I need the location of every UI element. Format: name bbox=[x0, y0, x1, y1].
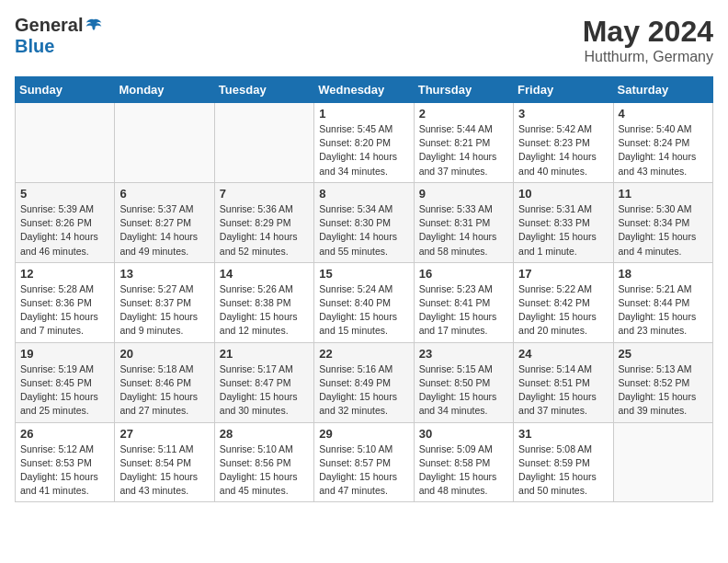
calendar-day-cell: 6Sunrise: 5:37 AM Sunset: 8:27 PM Daylig… bbox=[115, 182, 214, 262]
calendar-day-cell: 5Sunrise: 5:39 AM Sunset: 8:26 PM Daylig… bbox=[16, 182, 115, 262]
page-header: General Blue May 2024 Hutthurm, Germany bbox=[15, 15, 713, 65]
calendar-day-cell: 14Sunrise: 5:26 AM Sunset: 8:38 PM Dayli… bbox=[214, 262, 313, 342]
calendar-day-cell: 2Sunrise: 5:44 AM Sunset: 8:21 PM Daylig… bbox=[414, 103, 513, 183]
day-info: Sunrise: 5:21 AM Sunset: 8:44 PM Dayligh… bbox=[619, 282, 708, 339]
calendar-week-row: 26Sunrise: 5:12 AM Sunset: 8:53 PM Dayli… bbox=[16, 422, 713, 502]
day-info: Sunrise: 5:45 AM Sunset: 8:20 PM Dayligh… bbox=[319, 122, 408, 178]
calendar-day-cell: 31Sunrise: 5:08 AM Sunset: 8:59 PM Dayli… bbox=[514, 422, 613, 502]
calendar-day-cell: 19Sunrise: 5:19 AM Sunset: 8:45 PM Dayli… bbox=[16, 342, 115, 422]
day-number: 21 bbox=[220, 347, 309, 361]
day-number: 29 bbox=[319, 427, 408, 441]
calendar-day-cell: 1Sunrise: 5:45 AM Sunset: 8:20 PM Daylig… bbox=[314, 103, 414, 183]
calendar-day-cell: 10Sunrise: 5:31 AM Sunset: 8:33 PM Dayli… bbox=[514, 182, 613, 262]
calendar-day-cell: 8Sunrise: 5:34 AM Sunset: 8:30 PM Daylig… bbox=[314, 182, 414, 262]
weekday-header-row: SundayMondayTuesdayWednesdayThursdayFrid… bbox=[16, 77, 713, 103]
day-number: 2 bbox=[419, 107, 508, 121]
calendar-day-cell: 22Sunrise: 5:16 AM Sunset: 8:49 PM Dayli… bbox=[314, 342, 414, 422]
day-number: 17 bbox=[518, 267, 608, 281]
day-number: 30 bbox=[419, 427, 508, 441]
day-info: Sunrise: 5:15 AM Sunset: 8:50 PM Dayligh… bbox=[419, 362, 508, 419]
day-number: 7 bbox=[220, 187, 309, 201]
calendar-table: SundayMondayTuesdayWednesdayThursdayFrid… bbox=[15, 76, 713, 502]
day-info: Sunrise: 5:19 AM Sunset: 8:45 PM Dayligh… bbox=[20, 362, 109, 419]
day-info: Sunrise: 5:18 AM Sunset: 8:46 PM Dayligh… bbox=[119, 362, 209, 419]
weekday-header-tuesday: Tuesday bbox=[214, 77, 313, 103]
calendar-week-row: 1Sunrise: 5:45 AM Sunset: 8:20 PM Daylig… bbox=[16, 103, 713, 183]
day-number: 10 bbox=[518, 187, 608, 201]
day-number: 14 bbox=[220, 267, 309, 281]
calendar-day-cell: 17Sunrise: 5:22 AM Sunset: 8:42 PM Dayli… bbox=[514, 262, 613, 342]
location: Hutthurm, Germany bbox=[583, 49, 713, 65]
day-number: 6 bbox=[119, 187, 209, 201]
day-number: 16 bbox=[419, 267, 508, 281]
day-info: Sunrise: 5:16 AM Sunset: 8:49 PM Dayligh… bbox=[319, 362, 408, 419]
weekday-header-thursday: Thursday bbox=[414, 77, 513, 103]
calendar-day-cell bbox=[613, 422, 712, 502]
weekday-header-friday: Friday bbox=[514, 77, 613, 103]
day-number: 23 bbox=[419, 347, 508, 361]
calendar-day-cell: 28Sunrise: 5:10 AM Sunset: 8:56 PM Dayli… bbox=[214, 422, 313, 502]
day-number: 5 bbox=[20, 187, 109, 201]
day-info: Sunrise: 5:12 AM Sunset: 8:53 PM Dayligh… bbox=[20, 442, 109, 499]
calendar-day-cell: 13Sunrise: 5:27 AM Sunset: 8:37 PM Dayli… bbox=[115, 262, 214, 342]
day-info: Sunrise: 5:31 AM Sunset: 8:33 PM Dayligh… bbox=[518, 202, 608, 259]
day-info: Sunrise: 5:40 AM Sunset: 8:24 PM Dayligh… bbox=[619, 122, 708, 178]
calendar-day-cell bbox=[16, 103, 115, 183]
calendar-day-cell: 26Sunrise: 5:12 AM Sunset: 8:53 PM Dayli… bbox=[16, 422, 115, 502]
calendar-day-cell: 3Sunrise: 5:42 AM Sunset: 8:23 PM Daylig… bbox=[514, 103, 613, 183]
day-info: Sunrise: 5:28 AM Sunset: 8:36 PM Dayligh… bbox=[20, 282, 109, 339]
day-info: Sunrise: 5:14 AM Sunset: 8:51 PM Dayligh… bbox=[518, 362, 608, 419]
day-info: Sunrise: 5:26 AM Sunset: 8:38 PM Dayligh… bbox=[220, 282, 309, 339]
calendar-day-cell: 4Sunrise: 5:40 AM Sunset: 8:24 PM Daylig… bbox=[613, 103, 712, 183]
calendar-day-cell: 25Sunrise: 5:13 AM Sunset: 8:52 PM Dayli… bbox=[613, 342, 712, 422]
day-info: Sunrise: 5:27 AM Sunset: 8:37 PM Dayligh… bbox=[119, 282, 209, 339]
calendar-day-cell: 21Sunrise: 5:17 AM Sunset: 8:47 PM Dayli… bbox=[214, 342, 313, 422]
calendar-week-row: 19Sunrise: 5:19 AM Sunset: 8:45 PM Dayli… bbox=[16, 342, 713, 422]
calendar-day-cell: 18Sunrise: 5:21 AM Sunset: 8:44 PM Dayli… bbox=[613, 262, 712, 342]
day-number: 8 bbox=[319, 187, 408, 201]
weekday-header-wednesday: Wednesday bbox=[314, 77, 414, 103]
month-title: May 2024 bbox=[583, 15, 713, 49]
day-info: Sunrise: 5:39 AM Sunset: 8:26 PM Dayligh… bbox=[20, 202, 109, 259]
calendar-week-row: 5Sunrise: 5:39 AM Sunset: 8:26 PM Daylig… bbox=[16, 182, 713, 262]
calendar-day-cell: 23Sunrise: 5:15 AM Sunset: 8:50 PM Dayli… bbox=[414, 342, 513, 422]
day-number: 20 bbox=[119, 347, 209, 361]
calendar-day-cell: 9Sunrise: 5:33 AM Sunset: 8:31 PM Daylig… bbox=[414, 182, 513, 262]
day-number: 18 bbox=[619, 267, 708, 281]
day-number: 24 bbox=[518, 347, 608, 361]
logo-general-text: General bbox=[15, 15, 83, 36]
weekday-header-sunday: Sunday bbox=[16, 77, 115, 103]
day-info: Sunrise: 5:34 AM Sunset: 8:30 PM Dayligh… bbox=[319, 202, 408, 259]
day-number: 19 bbox=[20, 347, 109, 361]
day-info: Sunrise: 5:22 AM Sunset: 8:42 PM Dayligh… bbox=[518, 282, 608, 339]
calendar-day-cell: 30Sunrise: 5:09 AM Sunset: 8:58 PM Dayli… bbox=[414, 422, 513, 502]
day-number: 12 bbox=[20, 267, 109, 281]
day-info: Sunrise: 5:36 AM Sunset: 8:29 PM Dayligh… bbox=[220, 202, 309, 259]
day-number: 25 bbox=[619, 347, 708, 361]
calendar-day-cell: 29Sunrise: 5:10 AM Sunset: 8:57 PM Dayli… bbox=[314, 422, 414, 502]
day-info: Sunrise: 5:11 AM Sunset: 8:54 PM Dayligh… bbox=[119, 442, 209, 499]
day-number: 26 bbox=[20, 427, 109, 441]
logo-blue-text: Blue bbox=[15, 36, 54, 57]
day-info: Sunrise: 5:42 AM Sunset: 8:23 PM Dayligh… bbox=[518, 122, 608, 178]
day-number: 9 bbox=[419, 187, 508, 201]
day-info: Sunrise: 5:10 AM Sunset: 8:56 PM Dayligh… bbox=[220, 442, 309, 499]
day-info: Sunrise: 5:13 AM Sunset: 8:52 PM Dayligh… bbox=[619, 362, 708, 419]
day-info: Sunrise: 5:30 AM Sunset: 8:34 PM Dayligh… bbox=[619, 202, 708, 259]
day-number: 15 bbox=[319, 267, 408, 281]
day-number: 11 bbox=[619, 187, 708, 201]
calendar-day-cell: 20Sunrise: 5:18 AM Sunset: 8:46 PM Dayli… bbox=[115, 342, 214, 422]
day-info: Sunrise: 5:33 AM Sunset: 8:31 PM Dayligh… bbox=[419, 202, 508, 259]
day-info: Sunrise: 5:23 AM Sunset: 8:41 PM Dayligh… bbox=[419, 282, 508, 339]
weekday-header-saturday: Saturday bbox=[613, 77, 712, 103]
day-number: 4 bbox=[619, 107, 708, 121]
day-number: 3 bbox=[518, 107, 608, 121]
day-info: Sunrise: 5:17 AM Sunset: 8:47 PM Dayligh… bbox=[220, 362, 309, 419]
day-info: Sunrise: 5:37 AM Sunset: 8:27 PM Dayligh… bbox=[119, 202, 209, 259]
calendar-day-cell: 11Sunrise: 5:30 AM Sunset: 8:34 PM Dayli… bbox=[613, 182, 712, 262]
day-info: Sunrise: 5:08 AM Sunset: 8:59 PM Dayligh… bbox=[518, 442, 608, 499]
calendar-day-cell bbox=[214, 103, 313, 183]
weekday-header-monday: Monday bbox=[115, 77, 214, 103]
day-number: 13 bbox=[119, 267, 209, 281]
calendar-day-cell: 16Sunrise: 5:23 AM Sunset: 8:41 PM Dayli… bbox=[414, 262, 513, 342]
